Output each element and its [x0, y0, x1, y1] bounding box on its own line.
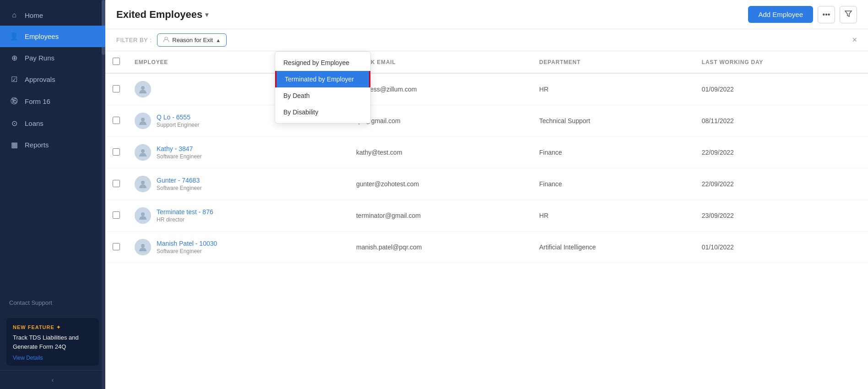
contact-support[interactable]: Contact Support	[0, 292, 105, 313]
home-icon: ⌂	[9, 11, 19, 19]
dropdown-item-death[interactable]: By Death	[275, 87, 370, 104]
add-employee-button[interactable]: Add Employee	[748, 6, 813, 23]
table-row: charless@zillum.com HR 01/09/2022	[105, 73, 868, 105]
row-checkbox-cell	[105, 168, 127, 200]
row-checkbox-cell	[105, 105, 127, 137]
sidebar-item-reports[interactable]: ▦ Reports	[0, 134, 105, 156]
sidebar-item-label: Pay Runs	[25, 54, 54, 62]
sidebar-collapse-button[interactable]: ‹	[0, 370, 105, 389]
row-checkbox[interactable]	[113, 117, 120, 124]
filter-bar: FILTER BY : Reason for Exit ▲ × Resigned…	[105, 29, 868, 51]
department-cell: Artificial Intelligence	[532, 232, 694, 263]
employee-role: Support Engineer	[157, 122, 199, 128]
col-last-working-day: LAST WORKING DAY	[694, 51, 868, 73]
employee-role: Software Engineer	[157, 248, 217, 254]
employee-cell: Terminate test - 876 HR director	[127, 200, 349, 232]
svg-point-4	[141, 149, 145, 153]
employee-name[interactable]: Gunter - 74683	[157, 177, 202, 184]
filter-button[interactable]	[840, 6, 857, 23]
last-working-day-cell: 22/09/2022	[694, 168, 868, 200]
employee-name[interactable]: Manish Patel - 10030	[157, 240, 217, 247]
sidebar-item-employees[interactable]: 👤 Employees	[0, 26, 105, 47]
reason-for-exit-dropdown: Resigned by Employee Terminated by Emplo…	[275, 51, 371, 124]
sidebar-item-label: Reports	[25, 141, 49, 149]
pay-runs-icon: ⊕	[9, 54, 19, 62]
avatar	[135, 113, 151, 129]
svg-point-7	[141, 244, 145, 248]
employees-table: EMPLOYEE WORK EMAIL DEPARTMENT LAST WORK…	[105, 51, 868, 263]
sidebar-item-label: Home	[25, 11, 43, 19]
row-checkbox[interactable]	[113, 85, 120, 92]
last-working-day-cell: 01/09/2022	[694, 73, 868, 105]
employee-name[interactable]: Q Lo - 6555	[157, 113, 199, 121]
sidebar-item-label: Loans	[25, 119, 43, 127]
svg-point-2	[141, 86, 145, 90]
avatar	[135, 144, 151, 161]
filter-chip-caret-icon: ▲	[216, 38, 221, 43]
avatar	[135, 176, 151, 192]
dropdown-item-resigned[interactable]: Resigned by Employee	[275, 54, 370, 71]
last-working-day-cell: 01/10/2022	[694, 232, 868, 263]
filter-by-label: FILTER BY :	[116, 37, 152, 43]
reason-for-exit-filter[interactable]: Reason for Exit ▲	[157, 33, 227, 47]
avatar	[135, 239, 151, 255]
table-row: Terminate test - 876 HR director termina…	[105, 200, 868, 232]
page-title: Exited Employees ▾	[116, 9, 208, 21]
new-feature-box: NEW FEATURE ✦ Track TDS Liabilities and …	[6, 318, 99, 366]
employee-role: HR director	[157, 216, 213, 223]
department-cell: Finance	[532, 137, 694, 168]
main-content: Exited Employees ▾ Add Employee ••• FILT…	[105, 0, 868, 389]
employee-cell: Kathy - 3847 Software Engineer	[127, 137, 349, 168]
table-header-row: EMPLOYEE WORK EMAIL DEPARTMENT LAST WORK…	[105, 51, 868, 73]
table-row: Gunter - 74683 Software Engineer gunter@…	[105, 168, 868, 200]
employee-name[interactable]: Kathy - 3847	[157, 145, 202, 152]
collapse-icon: ‹	[52, 376, 54, 384]
col-department: DEPARTMENT	[532, 51, 694, 73]
sidebar-item-label: Approvals	[25, 76, 55, 83]
dropdown-item-disability[interactable]: By Disability	[275, 104, 370, 120]
work-email-cell: charless@zillum.com	[349, 73, 532, 105]
topbar-actions: Add Employee •••	[748, 6, 857, 23]
dropdown-item-terminated[interactable]: Terminated by Employer	[275, 71, 370, 87]
department-cell: HR	[532, 200, 694, 232]
loans-icon: ⊙	[9, 119, 19, 128]
work-email-cell: manish.patel@pqr.com	[349, 232, 532, 263]
department-cell: HR	[532, 73, 694, 105]
select-all-column	[105, 51, 127, 73]
filter-chip-icon	[163, 36, 169, 44]
employee-icon: 👤	[9, 32, 19, 41]
more-icon: •••	[823, 11, 830, 19]
filter-close-button[interactable]: ×	[852, 35, 857, 45]
avatar	[135, 207, 151, 224]
employees-table-wrap: EMPLOYEE WORK EMAIL DEPARTMENT LAST WORK…	[105, 51, 868, 389]
select-all-checkbox[interactable]	[113, 58, 120, 65]
department-cell: Technical Support	[532, 105, 694, 137]
sidebar-item-form16[interactable]: ⑯ Form 16	[0, 90, 105, 113]
svg-marker-0	[845, 11, 852, 16]
filter-icon	[845, 10, 852, 19]
sidebar-item-approvals[interactable]: ☑ Approvals	[0, 69, 105, 90]
row-checkbox[interactable]	[113, 180, 120, 187]
title-caret-icon: ▾	[205, 11, 208, 18]
last-working-day-cell: 08/11/2022	[694, 105, 868, 137]
new-feature-title: Track TDS Liabilities and Generate Form …	[13, 333, 92, 351]
work-email-cell: kathy@test.com	[349, 137, 532, 168]
sidebar-item-loans[interactable]: ⊙ Loans	[0, 113, 105, 134]
col-work-email: WORK EMAIL	[349, 51, 532, 73]
form16-icon: ⑯	[9, 97, 19, 106]
sidebar-item-pay-runs[interactable]: ⊕ Pay Runs	[0, 47, 105, 69]
row-checkbox[interactable]	[113, 148, 120, 156]
row-checkbox[interactable]	[113, 211, 120, 219]
row-checkbox-cell	[105, 137, 127, 168]
employee-name[interactable]: Terminate test - 876	[157, 208, 213, 216]
filter-chip-label: Reason for Exit	[172, 37, 213, 43]
sidebar: ⌂ Home 👤 Employees ⊕ Pay Runs ☑ Approval…	[0, 0, 105, 389]
sidebar-item-home[interactable]: ⌂ Home	[0, 5, 105, 26]
topbar: Exited Employees ▾ Add Employee •••	[105, 0, 868, 29]
svg-point-5	[141, 181, 145, 184]
table-row: Q Lo - 6555 Support Engineer qlo@gmail.c…	[105, 105, 868, 137]
view-details-link[interactable]: View Details	[13, 355, 92, 361]
employee-role: Software Engineer	[157, 185, 202, 191]
row-checkbox[interactable]	[113, 243, 120, 250]
more-options-button[interactable]: •••	[818, 6, 835, 23]
